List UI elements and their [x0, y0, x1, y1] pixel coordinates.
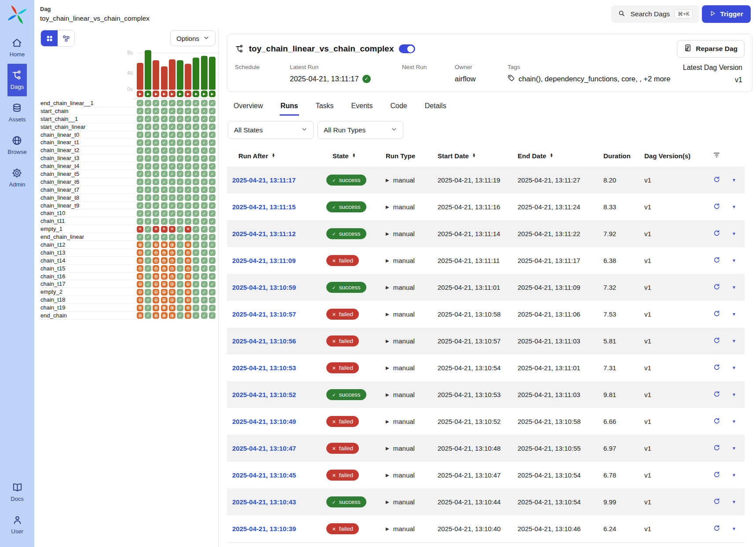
tab-tasks[interactable]: Tasks [315, 100, 335, 116]
task-instance-cell[interactable]: ✓ [201, 202, 208, 209]
task-instance-cell[interactable]: ✓ [193, 273, 199, 280]
dag-run-cell[interactable]: ▶ [185, 91, 191, 97]
task-instance-cell[interactable]: ✓ [177, 194, 183, 201]
task-instance-cell[interactable]: ✓ [169, 116, 175, 122]
clear-run-icon[interactable] [713, 498, 720, 507]
task-label[interactable]: chain_linear_t5 [40, 170, 137, 178]
task-instance-cell[interactable]: ✓ [209, 289, 215, 295]
task-instance-cell[interactable]: ✓ [209, 108, 215, 114]
task-instance-cell[interactable]: ✓ [209, 218, 215, 225]
task-label[interactable]: chain_linear_t6 [40, 178, 137, 186]
task-instance-cell[interactable]: ✓ [161, 210, 168, 217]
task-instance-cell[interactable] [153, 289, 159, 295]
task-instance-cell[interactable] [153, 273, 159, 280]
task-instance-cell[interactable] [169, 241, 175, 248]
task-instance-cell[interactable]: ✓ [209, 186, 215, 193]
task-instance-cell[interactable]: ✓ [153, 234, 159, 241]
clear-run-icon[interactable] [713, 337, 720, 346]
task-instance-cell[interactable]: ✓ [193, 257, 199, 264]
sort-icon[interactable]: ▲▼ [352, 153, 356, 158]
task-instance-cell[interactable]: ✓ [145, 202, 151, 209]
row-menu-caret[interactable]: ▼ [732, 204, 736, 209]
task-instance-cell[interactable]: ✓ [153, 186, 159, 193]
task-instance-cell[interactable]: ✓ [201, 305, 208, 311]
task-instance-cell[interactable]: ✓ [177, 234, 183, 241]
task-instance-cell[interactable]: ✓ [209, 226, 215, 233]
task-label[interactable]: chain_linear_t3 [40, 154, 137, 162]
task-instance-cell[interactable]: ✓ [193, 147, 199, 154]
task-instance-cell[interactable]: ✓ [193, 249, 199, 256]
task-instance-cell[interactable]: ✓ [177, 147, 183, 154]
run-after-link[interactable]: 2025-04-21, 13:10:53 [232, 364, 296, 372]
tab-details[interactable]: Details [424, 100, 447, 116]
task-instance-cell[interactable]: ✓ [169, 124, 175, 130]
run-duration-bar[interactable] [193, 58, 199, 90]
run-after-link[interactable]: 2025-04-21, 13:10:43 [232, 498, 296, 506]
clear-run-icon[interactable] [713, 176, 720, 185]
task-instance-cell[interactable]: ✓ [209, 312, 215, 319]
task-instance-cell[interactable] [137, 257, 143, 264]
task-instance-cell[interactable]: ✓ [177, 108, 183, 114]
column-header-end-date[interactable]: End Date▲▼ [506, 152, 592, 160]
task-instance-cell[interactable]: ✓ [201, 147, 208, 154]
task-instance-cell[interactable] [169, 273, 175, 280]
task-instance-cell[interactable]: ✓ [137, 179, 143, 185]
run-duration-bar[interactable] [145, 50, 151, 90]
trigger-button[interactable]: Trigger [702, 5, 751, 23]
column-filter-button[interactable] [701, 151, 745, 160]
sidebar-item-docs[interactable]: Docs [0, 476, 34, 508]
task-label[interactable]: chain_t14 [40, 257, 137, 265]
task-instance-cell[interactable]: ✓ [201, 100, 208, 106]
task-instance-cell[interactable]: ✓ [145, 249, 151, 256]
task-instance-cell[interactable]: ✓ [145, 155, 151, 162]
task-instance-cell[interactable]: ✓ [153, 147, 159, 154]
dag-run-cell[interactable]: ▶ [193, 91, 199, 97]
task-instance-cell[interactable]: ✓ [193, 186, 199, 193]
task-instance-cell[interactable]: ✓ [153, 100, 159, 106]
task-instance-cell[interactable] [169, 289, 175, 295]
task-instance-cell[interactable]: ✓ [201, 179, 208, 185]
task-instance-cell[interactable]: ✓ [169, 171, 175, 177]
run-after-link[interactable]: 2025-04-21, 13:10:45 [232, 471, 296, 479]
task-instance-cell[interactable]: ✓ [193, 305, 199, 311]
task-instance-cell[interactable]: ✓ [193, 124, 199, 130]
task-instance-cell[interactable] [153, 297, 159, 303]
task-instance-cell[interactable]: ✓ [209, 257, 215, 264]
task-instance-cell[interactable]: ✓ [161, 108, 168, 114]
task-instance-cell[interactable]: ✓ [209, 249, 215, 256]
task-instance-cell[interactable]: ✓ [201, 218, 208, 225]
task-instance-cell[interactable]: ✓ [193, 100, 199, 106]
clear-run-icon[interactable] [713, 364, 720, 372]
dag-run-cell[interactable]: ▶ [177, 91, 183, 97]
task-instance-cell[interactable]: ✓ [185, 147, 191, 154]
task-label[interactable]: chain_linear_t0 [40, 131, 137, 139]
run-duration-bar[interactable] [185, 64, 191, 90]
task-instance-cell[interactable]: ✓ [177, 297, 183, 303]
task-instance-cell[interactable]: ✓ [169, 179, 175, 185]
task-instance-cell[interactable]: ✓ [145, 265, 151, 272]
task-instance-cell[interactable]: ✓ [169, 155, 175, 162]
task-instance-cell[interactable]: ✓ [185, 234, 191, 241]
task-instance-cell[interactable]: ✓ [193, 155, 199, 162]
sidebar-item-assets[interactable]: Assets [7, 96, 26, 129]
task-instance-cell[interactable]: ✓ [193, 202, 199, 209]
task-instance-cell[interactable] [137, 305, 143, 311]
run-after-link[interactable]: 2025-04-21, 13:10:49 [232, 418, 296, 425]
row-menu-caret[interactable]: ▼ [732, 178, 736, 182]
sort-icon[interactable]: ▲▼ [472, 153, 476, 158]
task-instance-cell[interactable]: ✓ [193, 265, 199, 272]
task-instance-cell[interactable]: ✓ [177, 218, 183, 225]
task-instance-cell[interactable]: ✓ [137, 171, 143, 177]
task-instance-cell[interactable]: ✓ [209, 155, 215, 162]
task-instance-cell[interactable] [185, 249, 191, 256]
task-instance-cell[interactable]: ✓ [185, 218, 191, 225]
run-after-link[interactable]: 2025-04-21, 13:11:17 [232, 176, 296, 184]
task-instance-cell[interactable]: ✓ [193, 289, 199, 295]
task-instance-cell[interactable] [153, 249, 159, 256]
task-instance-cell[interactable]: ✓ [177, 171, 183, 177]
task-instance-cell[interactable]: ✓ [137, 155, 143, 162]
task-instance-cell[interactable]: ✓ [145, 234, 151, 241]
task-instance-cell[interactable]: ✓ [209, 194, 215, 201]
task-instance-cell[interactable] [185, 241, 191, 248]
task-instance-cell[interactable]: ✓ [193, 163, 199, 170]
